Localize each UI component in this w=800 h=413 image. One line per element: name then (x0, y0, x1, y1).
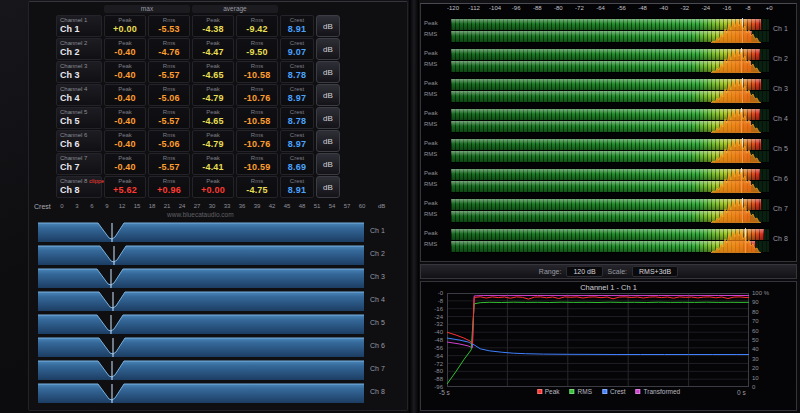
meter-bar-area (451, 138, 769, 163)
value-label: Rms (237, 132, 277, 139)
channel-cell[interactable]: Channel 7Ch 7 (56, 153, 102, 175)
range-value[interactable]: 120 dB (566, 266, 602, 277)
crest-rows: Ch 1Ch 2Ch 3Ch 4Ch 5Ch 6Ch 7Ch 8 (38, 221, 398, 405)
value-readout: -4.38 (193, 24, 233, 35)
legend-item[interactable]: Transformed (636, 388, 681, 395)
table-row: Channel 4Ch 4Peak-0.40Rms-5.06Peak-4.79R… (56, 84, 346, 106)
legend-item[interactable]: Crest (602, 388, 626, 395)
scale-value[interactable]: RMS+3dB (632, 266, 678, 277)
channel-cell[interactable]: Channel 3Ch 3 (56, 61, 102, 83)
legend-item[interactable]: Peak (537, 388, 560, 395)
value-label: Peak (193, 17, 233, 24)
value-readout: +0.96 (149, 185, 189, 196)
channel-cell[interactable]: Channel 1Ch 1 (56, 15, 102, 37)
channel-cell[interactable]: Channel 6Ch 6 (56, 130, 102, 152)
distribution-curve (711, 110, 761, 133)
meter-scale-tick: -48 (638, 5, 647, 11)
value-cell: Crest8.91 (280, 15, 314, 37)
db-unit-button[interactable]: dB (316, 38, 340, 60)
channel-number: Channel 6 (60, 132, 98, 139)
rms-meter-fill (451, 91, 750, 102)
db-unit-button[interactable]: dB (316, 176, 340, 198)
crest-histogram-row: Ch 5 (38, 313, 398, 334)
meter-bar-area (451, 78, 769, 103)
value-readout: 8.78 (281, 70, 313, 81)
value-readout: -5.53 (149, 24, 189, 35)
website-link[interactable]: www.bluecataudio.com (167, 211, 233, 218)
crest-scale-tick: 42 (269, 203, 276, 209)
peak-distribution-overlay (711, 168, 761, 193)
history-chart-panel: Channel 1 - Ch 1 -0-8-16-24-32-40-48-56-… (420, 281, 797, 411)
value-cell: Rms-10.58 (236, 61, 278, 83)
value-label: Peak (193, 132, 233, 139)
peak-distribution-overlay (711, 198, 761, 223)
value-cell: Rms-9.50 (236, 38, 278, 60)
value-label: Peak (193, 155, 233, 162)
panel-divider (409, 0, 419, 413)
value-readout: 8.97 (281, 139, 313, 150)
meter-bar-area (451, 18, 769, 43)
channel-table-rows: Channel 1Ch 1Peak+0.00Rms-5.53Peak-4.38R… (56, 15, 346, 199)
value-label: Crest (281, 132, 313, 139)
crest-histogram-row: Ch 3 (38, 267, 398, 288)
db-unit-button[interactable]: dB (316, 61, 340, 83)
value-readout: -4.76 (149, 47, 189, 58)
crest-scale-tick: 0 (60, 203, 63, 209)
meter-scale: -120-112-104-96-88-80-72-64-56-48-40-32-… (421, 5, 796, 14)
y-axis-label: -8 (421, 298, 443, 304)
value-cell: Peak-4.79 (192, 130, 234, 152)
rms-meter-fill (451, 31, 752, 42)
channel-cell[interactable]: Channel 2Ch 2 (56, 38, 102, 60)
channel-cell[interactable]: Channel 4Ch 4 (56, 84, 102, 106)
meter-scale-tick: -72 (575, 5, 584, 11)
value-cell: Peak+0.00 (104, 15, 146, 37)
meter-scale-tick: -40 (659, 5, 668, 11)
meter-type-labels: PeakRMS (424, 168, 438, 190)
value-readout: 8.69 (281, 162, 313, 173)
value-label: Rms (149, 63, 189, 70)
legend-item[interactable]: RMS (570, 388, 592, 395)
channel-label: Ch 6 (773, 175, 788, 182)
channel-label: Ch 5 (773, 145, 788, 152)
value-label: Rms (237, 17, 277, 24)
value-readout: -10.58 (237, 116, 277, 127)
value-label: Rms (237, 178, 277, 185)
meter-type-labels: PeakRMS (424, 48, 438, 70)
channel-cell[interactable]: Channel 5Ch 5 (56, 107, 102, 129)
channel-name: Ch 1 (60, 24, 98, 35)
peak-label: Peak (424, 48, 438, 59)
y-axis-label: -80 (421, 368, 443, 374)
crest-scale-tick: 36 (239, 203, 246, 209)
db-unit-button[interactable]: dB (316, 84, 340, 106)
legend-label: Peak (545, 388, 560, 395)
value-cell: Crest8.97 (280, 84, 314, 106)
peak-label: Peak (424, 78, 438, 89)
channel-cell[interactable]: Channel 8 clippedCh 8 (56, 176, 102, 198)
meter-scale-tick: -88 (533, 5, 542, 11)
legend-swatch (602, 389, 607, 394)
crest-scale-tick: 3 (75, 203, 78, 209)
value-label: Peak (193, 178, 233, 185)
value-cell: Peak-0.40 (104, 84, 146, 106)
max-group-header: max (104, 5, 190, 13)
channel-label: Ch 8 (370, 388, 385, 395)
legend-swatch (570, 389, 575, 394)
value-cell: Crest8.78 (280, 61, 314, 83)
value-label: Crest (281, 40, 313, 47)
db-unit-button[interactable]: dB (316, 130, 340, 152)
value-readout: -5.57 (149, 162, 189, 173)
db-unit-button[interactable]: dB (316, 153, 340, 175)
y-axis-percent-label: 100 % (752, 290, 769, 296)
crest-area (38, 246, 364, 265)
value-cell: Peak-4.47 (192, 38, 234, 60)
crest-scale-tick: 6 (90, 203, 93, 209)
db-unit-button[interactable]: dB (316, 15, 340, 37)
y-axis-label: -56 (421, 345, 443, 351)
db-unit-button[interactable]: dB (316, 107, 340, 129)
y-axis-label: -88 (421, 376, 443, 382)
distribution-curve (711, 230, 761, 253)
value-cell: Peak-4.65 (192, 107, 234, 129)
crest-histogram (38, 267, 364, 288)
value-readout: 8.91 (281, 185, 313, 196)
channel-label: Ch 4 (773, 115, 788, 122)
